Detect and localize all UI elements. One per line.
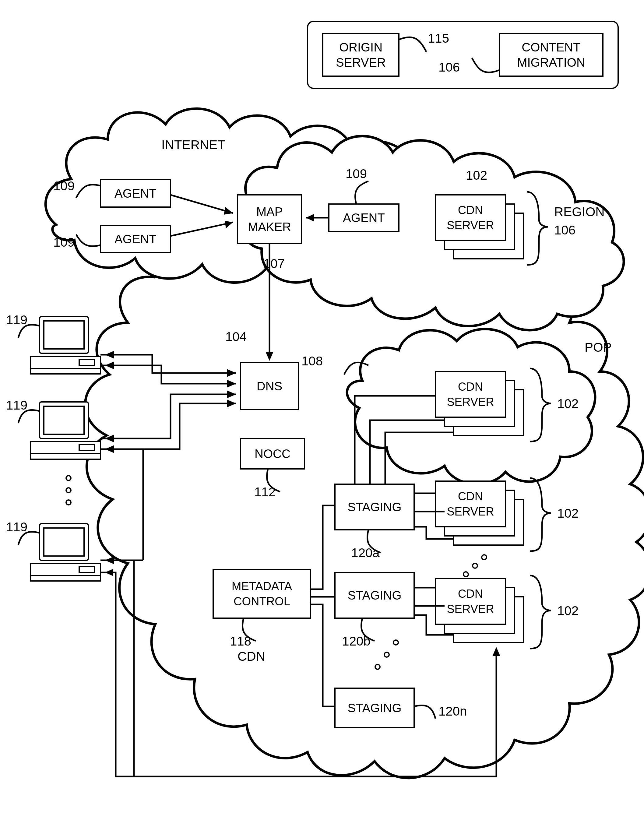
agent1-ref: 109 bbox=[53, 179, 75, 193]
svg-rect-63 bbox=[44, 406, 84, 434]
svg-text:STAGING: STAGING bbox=[347, 701, 401, 715]
svg-text:SERVER: SERVER bbox=[447, 219, 494, 232]
stack4-ref: 102 bbox=[557, 603, 578, 618]
stack2-ref: 102 bbox=[557, 396, 578, 411]
metadata-l1: METADATA bbox=[232, 580, 292, 592]
region-label: REGION bbox=[554, 205, 605, 219]
svg-text:CDN: CDN bbox=[458, 380, 483, 393]
svg-text:SERVER: SERVER bbox=[447, 396, 494, 408]
dns-ref: 104 bbox=[225, 330, 247, 344]
agent2-ref: 109 bbox=[53, 235, 75, 249]
legend-box: ORIGIN SERVER 115 CONTENT MIGRATION 106 bbox=[308, 21, 618, 88]
svg-text:AGENT: AGENT bbox=[343, 211, 385, 224]
mapmaker-l1: MAP bbox=[256, 205, 283, 218]
svg-point-68 bbox=[66, 488, 71, 493]
client-n: 119 bbox=[6, 520, 100, 581]
metadata-ref: 118 bbox=[230, 634, 251, 648]
svg-text:AGENT: AGENT bbox=[115, 232, 156, 246]
svg-rect-1 bbox=[323, 34, 399, 76]
nocc-label: NOCC bbox=[255, 447, 290, 460]
svg-marker-83 bbox=[105, 556, 114, 564]
region-ref: 106 bbox=[554, 223, 575, 237]
svg-rect-73 bbox=[31, 575, 100, 581]
svg-point-69 bbox=[66, 500, 71, 505]
svg-rect-37 bbox=[435, 371, 506, 417]
legend-origin-ref: 115 bbox=[428, 31, 449, 45]
svg-text:CDN: CDN bbox=[458, 490, 483, 503]
svg-rect-32 bbox=[435, 195, 506, 241]
dns-label: DNS bbox=[257, 379, 282, 393]
legend-mig-ref: 106 bbox=[439, 60, 460, 74]
dns-box: DNS bbox=[241, 362, 298, 410]
client-2: 119 bbox=[6, 398, 100, 459]
svg-rect-65 bbox=[31, 454, 100, 459]
staging-a-ref: 120a bbox=[351, 546, 380, 560]
client-1: 119 bbox=[6, 313, 100, 374]
legend-origin-l2: SERVER bbox=[336, 56, 386, 69]
legend-mig-l2: MIGRATION bbox=[517, 56, 585, 69]
svg-point-67 bbox=[66, 476, 71, 480]
svg-rect-58 bbox=[44, 321, 84, 349]
pop-label: POP bbox=[585, 340, 612, 354]
svg-text:CDN: CDN bbox=[458, 588, 483, 600]
svg-rect-3 bbox=[238, 195, 301, 244]
svg-text:STAGING: STAGING bbox=[347, 589, 401, 602]
client2-ref: 119 bbox=[6, 398, 28, 412]
svg-rect-61 bbox=[79, 359, 94, 365]
agent3-ref: 109 bbox=[346, 167, 367, 181]
staging-n-ref: 120n bbox=[439, 704, 467, 718]
svg-rect-42 bbox=[435, 481, 506, 527]
stack1-ref: 102 bbox=[466, 168, 487, 183]
svg-text:STAGING: STAGING bbox=[347, 500, 401, 514]
nocc-ref: 112 bbox=[254, 485, 276, 499]
svg-text:AGENT: AGENT bbox=[115, 187, 156, 200]
svg-rect-71 bbox=[44, 528, 84, 556]
client1-ref: 119 bbox=[6, 313, 28, 327]
svg-text:CDN: CDN bbox=[458, 204, 483, 216]
metadata-l2: CONTROL bbox=[233, 595, 290, 608]
legend-origin-l1: ORIGIN bbox=[339, 40, 382, 54]
pop-ref: 108 bbox=[301, 354, 323, 368]
svg-rect-50 bbox=[435, 578, 506, 624]
svg-rect-66 bbox=[79, 445, 94, 451]
svg-rect-20 bbox=[213, 569, 311, 618]
svg-marker-84 bbox=[105, 569, 113, 576]
svg-text:SERVER: SERVER bbox=[447, 603, 494, 615]
staging-b-ref: 120b bbox=[342, 634, 370, 648]
mapmaker-ref: 107 bbox=[264, 256, 285, 271]
svg-text:SERVER: SERVER bbox=[447, 505, 494, 518]
stack3-ref: 102 bbox=[557, 506, 578, 520]
cdn-label: CDN bbox=[238, 649, 265, 664]
svg-rect-60 bbox=[31, 368, 100, 374]
mapmaker-l2: MAKER bbox=[248, 220, 291, 233]
internet-label: INTERNET bbox=[161, 138, 225, 152]
svg-rect-74 bbox=[79, 566, 94, 572]
legend-mig-l1: CONTENT bbox=[521, 40, 580, 54]
clientn-ref: 119 bbox=[6, 520, 28, 534]
svg-rect-2 bbox=[499, 34, 603, 76]
